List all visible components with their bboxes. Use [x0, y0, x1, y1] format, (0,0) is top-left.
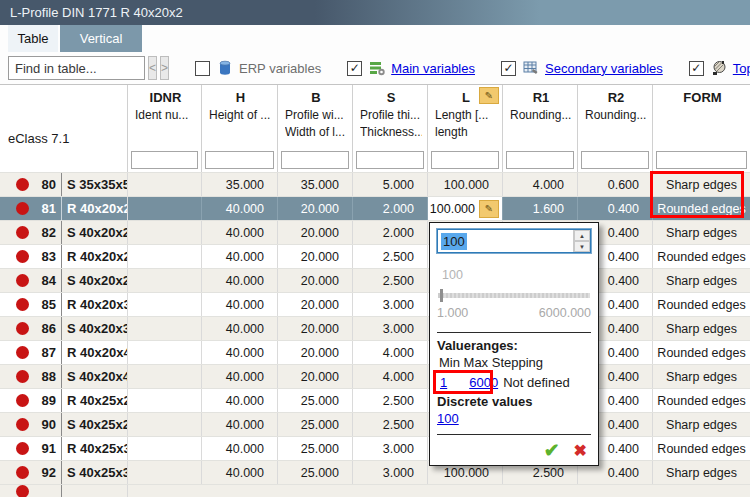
cell-h[interactable]: 40.000 — [202, 245, 278, 268]
cell-b[interactable]: 20.000 — [278, 317, 353, 340]
cell-b[interactable]: 20.000 — [278, 293, 353, 316]
column-header-form[interactable]: FORM — [653, 85, 750, 150]
cell-s[interactable]: 2.500 — [353, 245, 428, 268]
cell-form[interactable]: Sharp edges — [653, 173, 750, 196]
eclass-label[interactable]: eClass 7.1 — [0, 85, 128, 150]
cell-l[interactable]: 100.000 — [428, 173, 503, 196]
row-label-cell[interactable]: 84 S 40x20x2.5 — [0, 269, 128, 292]
cell-idnr[interactable] — [128, 197, 202, 220]
erp-variables-checkbox[interactable] — [195, 61, 210, 76]
cell-b[interactable]: 35.000 — [278, 173, 353, 196]
edit-column-pencil-icon[interactable]: ✎ — [479, 87, 499, 104]
table-row[interactable]: 82 S 40x20x2 40.00020.0002.0000.400Sharp… — [0, 220, 750, 244]
cell-r2[interactable]: 0.600 — [578, 173, 653, 196]
value-slider[interactable] — [437, 289, 591, 302]
filter-input-s[interactable] — [356, 151, 424, 169]
cell-s[interactable]: 5.000 — [353, 173, 428, 196]
cell-form[interactable]: Sharp edges — [653, 221, 750, 244]
cell-form[interactable]: Rounded edges — [653, 293, 750, 316]
max-value-link[interactable]: 6000 — [469, 375, 498, 390]
cell-idnr[interactable] — [128, 389, 202, 412]
cell-h[interactable]: 40.000 — [202, 293, 278, 316]
cell-form[interactable]: Sharp edges — [653, 461, 750, 484]
cell-r1[interactable]: 4.000 — [503, 173, 578, 196]
table-row[interactable]: 90 S 40x25x2.5 40.00025.0002.5000.400Sha… — [0, 412, 750, 436]
table-row[interactable]: 87 R 40x20x4 40.00020.0004.0000.400Round… — [0, 340, 750, 364]
filter-input-r1[interactable] — [506, 151, 574, 169]
cell-s[interactable]: 2.500 — [353, 269, 428, 292]
column-header-h[interactable]: HHeight of ... — [202, 85, 278, 150]
row-label-cell[interactable]: 82 S 40x20x2 — [0, 221, 128, 244]
cell-idnr[interactable] — [128, 293, 202, 316]
filter-input-idnr[interactable] — [131, 151, 198, 169]
cell-idnr[interactable] — [128, 365, 202, 388]
cell-form[interactable]: Sharp edges — [653, 269, 750, 292]
table-row[interactable]: 81 R 40x20x2 40.00020.0002.000100.000✎1.… — [0, 196, 750, 220]
row-label-cell[interactable]: 91 R 40x25x3 — [0, 437, 128, 460]
cell-form[interactable]: Sharp edges — [653, 365, 750, 388]
table-row[interactable]: 88 S 40x20x4 40.00020.0004.0000.400Sharp… — [0, 364, 750, 388]
cell-idnr[interactable] — [128, 413, 202, 436]
cell-h[interactable]: 40.000 — [202, 221, 278, 244]
cell-form[interactable]: Rounded edges — [653, 341, 750, 364]
cell-s[interactable]: 3.000 — [353, 317, 428, 340]
cell-b[interactable]: 25.000 — [278, 413, 353, 436]
spin-down-button[interactable]: ▼ — [574, 241, 590, 252]
topology-variables-link[interactable]: Topology varia — [733, 61, 750, 76]
main-variables-checkbox[interactable]: ✓ — [347, 61, 362, 76]
filter-input-l[interactable] — [431, 151, 499, 169]
cell-s[interactable]: 4.000 — [353, 365, 428, 388]
table-row[interactable]: 89 R 40x25x2.5 40.00025.0002.5000.400Rou… — [0, 388, 750, 412]
cell-b[interactable]: 20.000 — [278, 245, 353, 268]
row-label-cell[interactable]: 81 R 40x20x2 — [0, 197, 128, 220]
cell-form[interactable]: Rounded edges — [653, 437, 750, 460]
column-header-r2[interactable]: R2Rounding... — [578, 85, 653, 150]
cell-idnr[interactable] — [128, 173, 202, 196]
cell-b[interactable]: 20.000 — [278, 365, 353, 388]
cell-h[interactable]: 40.000 — [202, 461, 278, 484]
table-row[interactable]: 86 S 40x20x3 40.00020.0003.0000.400Sharp… — [0, 316, 750, 340]
cell-idnr[interactable] — [128, 461, 202, 484]
cell-form[interactable]: Rounded edges — [653, 245, 750, 268]
table-row[interactable]: 91 R 40x25x3 40.00025.0003.0000.400Round… — [0, 436, 750, 460]
cell-idnr[interactable] — [128, 269, 202, 292]
table-row[interactable]: 92 S 40x25x3 40.00025.0003.000100.0002.5… — [0, 460, 750, 484]
column-header-idnr[interactable]: IDNRIdent nu... — [128, 85, 202, 150]
filter-input-b[interactable] — [281, 151, 349, 169]
cell-h[interactable]: 40.000 — [202, 437, 278, 460]
cell-s[interactable]: 4.000 — [353, 341, 428, 364]
cell-h[interactable]: 40.000 — [202, 341, 278, 364]
filter-input-form[interactable] — [656, 151, 747, 169]
row-label-cell[interactable]: 89 R 40x25x2.5 — [0, 389, 128, 412]
cell-h[interactable]: 35.000 — [202, 173, 278, 196]
cell-h[interactable]: 40.000 — [202, 317, 278, 340]
column-header-r1[interactable]: R1Rounding... — [503, 85, 578, 150]
cell-l[interactable]: 100.000✎ — [428, 197, 503, 220]
table-row[interactable]: 80 S 35x35x5 35.00035.0005.000100.0004.0… — [0, 172, 750, 196]
row-label-cell[interactable]: 85 R 40x20x3 — [0, 293, 128, 316]
tab-table[interactable]: Table — [8, 25, 58, 52]
cell-idnr[interactable] — [128, 221, 202, 244]
find-next-button[interactable]: > — [160, 56, 169, 80]
search-input[interactable] — [8, 56, 145, 80]
main-variables-link[interactable]: Main variables — [391, 61, 475, 76]
cell-b[interactable]: 25.000 — [278, 389, 353, 412]
find-previous-button[interactable]: < — [148, 56, 157, 80]
column-header-s[interactable]: SProfile thi...Thickness... — [353, 85, 428, 150]
filter-input-h[interactable] — [205, 151, 274, 169]
cell-h[interactable]: 40.000 — [202, 365, 278, 388]
table-row[interactable]: 84 S 40x20x2.5 40.00020.0002.5000.400Sha… — [0, 268, 750, 292]
cell-s[interactable]: 2.000 — [353, 197, 428, 220]
value-spinbox[interactable]: 100 ▲ ▼ — [437, 229, 591, 253]
cell-h[interactable]: 40.000 — [202, 197, 278, 220]
cell-s[interactable]: 3.000 — [353, 437, 428, 460]
cell-b[interactable]: 20.000 — [278, 269, 353, 292]
cell-b[interactable]: 20.000 — [278, 221, 353, 244]
tab-vertical[interactable]: Vertical — [60, 25, 142, 52]
row-label-cell[interactable]: 90 S 40x25x2.5 — [0, 413, 128, 436]
secondary-variables-link[interactable]: Secondary variables — [545, 61, 663, 76]
row-label-cell[interactable] — [0, 485, 128, 497]
cell-form[interactable]: Sharp edges — [653, 317, 750, 340]
cell-b[interactable]: 20.000 — [278, 197, 353, 220]
table-row-partial[interactable] — [0, 484, 750, 497]
